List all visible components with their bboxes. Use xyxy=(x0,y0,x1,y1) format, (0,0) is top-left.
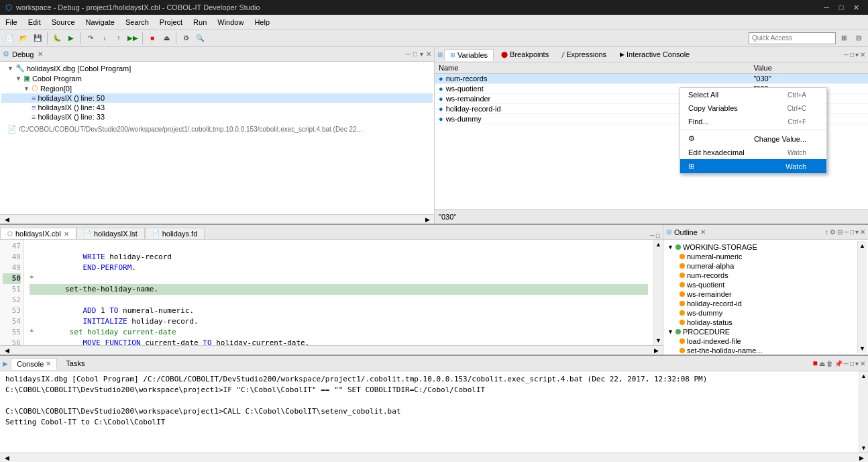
editor-hscroll-right[interactable]: ▶ xyxy=(649,347,663,354)
tb-debug[interactable]: 🐛 xyxy=(50,32,64,45)
outline-working-storage[interactable]: ▼ WORKING-STORAGE xyxy=(666,242,856,252)
ctx-watch[interactable]: ⊞ Watch xyxy=(680,159,826,173)
debug-max-icon[interactable]: □ xyxy=(413,50,417,58)
menu-source[interactable]: Source xyxy=(46,15,80,29)
tab-holidaysix-cbl[interactable]: ⬡ holidaysIX.cbl ✕ xyxy=(0,228,76,239)
vscroll-up[interactable]: ▲ xyxy=(654,240,663,249)
outline-ws-dummy[interactable]: ws-dummy xyxy=(666,308,856,318)
outline-numeral-numeric[interactable]: numeral-numeric xyxy=(666,252,856,261)
tree-arrow-region[interactable]: ▼ xyxy=(23,85,30,92)
outline-vscroll-down[interactable]: ▼ xyxy=(858,344,867,353)
menu-help[interactable]: Help xyxy=(249,15,275,29)
tab-interactive-console[interactable]: ▶ Interactive Console xyxy=(614,48,696,60)
hscroll-track[interactable] xyxy=(13,215,421,224)
maximize-button[interactable]: □ xyxy=(834,2,848,13)
tb-disconnect[interactable]: ⏏ xyxy=(160,32,173,45)
ctx-select-all[interactable]: Select All Ctrl+A xyxy=(680,88,826,101)
console-clear-icon[interactable]: 🗑 xyxy=(826,360,833,367)
tab-holidaysix-lst[interactable]: 📄 holidaysIX.lst xyxy=(76,228,145,239)
editor-min-icon[interactable]: ─ xyxy=(650,232,655,239)
tab-holidays-fd[interactable]: 📄 holidays.fd xyxy=(145,228,205,239)
close-button[interactable]: ✕ xyxy=(849,2,863,13)
code-text[interactable]: WRITE holiday-record END-PERFORM. * set-… xyxy=(24,240,653,345)
minimize-button[interactable]: ─ xyxy=(820,2,833,13)
outline-holiday-status[interactable]: holiday-status xyxy=(666,318,856,327)
tb-save[interactable]: 💾 xyxy=(31,32,44,45)
console-vscroll-up[interactable]: ▲ xyxy=(859,371,868,381)
menu-edit[interactable]: Edit xyxy=(23,15,46,29)
outline-collapse-icon[interactable]: ⊟ xyxy=(837,228,843,236)
console-disconnect-icon[interactable]: ⏏ xyxy=(819,360,825,367)
tree-cobol-program[interactable]: ▼ ▣ Cobol Program xyxy=(1,73,433,83)
console-close-icon[interactable]: ✕ xyxy=(860,360,865,367)
outline-numeral-alpha[interactable]: numeral-alpha xyxy=(666,261,856,271)
menu-project[interactable]: Project xyxy=(154,15,188,29)
tree-arrow-cobol[interactable]: ▼ xyxy=(15,75,21,82)
outline-load-indexed-file[interactable]: load-indexed-file xyxy=(666,336,856,346)
console-hscroll-right[interactable]: ▶ xyxy=(855,455,868,461)
ctx-copy-variables[interactable]: Copy Variables Ctrl+C xyxy=(680,101,826,115)
ctx-edit-hex[interactable]: Edit hexadecimal Watch xyxy=(680,146,826,159)
outline-procedure[interactable]: ▼ PROCEDURE xyxy=(666,327,856,336)
debug-minimize-icon[interactable]: ─ xyxy=(406,50,411,58)
outline-num-records[interactable]: num-records xyxy=(666,271,856,280)
vars-max-icon[interactable]: □ xyxy=(850,51,854,58)
tb-step-into[interactable]: ↓ xyxy=(98,32,111,45)
tb-open[interactable]: 📂 xyxy=(17,32,30,45)
vars-close-icon[interactable]: ✕ xyxy=(860,51,865,58)
tb-step-out[interactable]: ↑ xyxy=(112,32,125,45)
console-tab-close[interactable]: ✕ xyxy=(46,360,51,367)
tab-tasks[interactable]: Tasks xyxy=(60,357,91,369)
console-terminate-icon[interactable]: ■ xyxy=(813,359,818,368)
outline-min-icon[interactable]: ─ xyxy=(844,228,849,236)
console-min-icon[interactable]: ─ xyxy=(844,360,849,367)
outline-sort-icon[interactable]: ↕ xyxy=(825,228,828,236)
tab-expressions[interactable]: 𝑓 Expressions xyxy=(556,48,612,60)
tree-root[interactable]: ▼ 🔧 holidaysIX.dbg [Cobol Program] xyxy=(1,63,433,73)
tb-resume[interactable]: ▶▶ xyxy=(126,32,140,45)
editor-max-icon[interactable]: □ xyxy=(656,232,660,239)
outline-ws-remainder[interactable]: ws-remainder xyxy=(666,289,856,299)
tb-more1[interactable]: ⚙ xyxy=(179,32,193,45)
tree-region[interactable]: ▼ ⬡ Region[0] xyxy=(1,83,433,93)
console-pin-icon[interactable]: 📌 xyxy=(834,360,843,367)
outline-ws-quotient[interactable]: ws-quotient xyxy=(666,280,856,289)
hscroll-right[interactable]: ▶ xyxy=(421,215,434,224)
debug-view-menu-icon[interactable]: ▾ xyxy=(420,50,423,58)
tb-perspective[interactable]: ⊞ xyxy=(837,32,851,45)
tree-line-33[interactable]: ≡ holidaysIX () line: 33 xyxy=(1,112,433,122)
tab-breakpoints[interactable]: ⬤ Breakpoints xyxy=(495,48,555,60)
menu-run[interactable]: Run xyxy=(188,15,212,29)
outline-holiday-record-id[interactable]: holiday-record-id xyxy=(666,299,856,308)
tree-stack-item[interactable]: 📄 /C:/COBOL/COBOLIT/DevStudio200/workspa… xyxy=(1,124,433,134)
menu-search[interactable]: Search xyxy=(120,15,154,29)
outline-vscroll-up[interactable]: ▲ xyxy=(858,241,867,250)
editor-hscroll-left[interactable]: ◀ xyxy=(0,347,13,354)
tab-cbl-close[interactable]: ✕ xyxy=(64,230,69,238)
tree-line-43[interactable]: ≡ holidaysIX () line: 43 xyxy=(1,103,433,112)
quick-access-input[interactable] xyxy=(749,32,836,44)
debug-close-icon[interactable]: ✕ xyxy=(38,50,43,58)
tb-more2[interactable]: 🔍 xyxy=(193,32,207,45)
var-row-num-records[interactable]: ●num-records "030" xyxy=(435,74,868,84)
tab-console[interactable]: Console ✕ xyxy=(11,358,57,370)
vars-menu-icon[interactable]: ▾ xyxy=(855,51,859,58)
menu-window[interactable]: Window xyxy=(212,15,249,29)
ctx-change-value[interactable]: ⚙ Change Value... xyxy=(680,132,826,146)
outline-set-the-holiday-name[interactable]: set-the-holiday-name... xyxy=(666,346,856,353)
tb-prefs[interactable]: ⊟ xyxy=(852,32,865,45)
vscroll-down[interactable]: ▼ xyxy=(654,336,663,345)
outline-menu-icon[interactable]: ▾ xyxy=(855,228,859,236)
debug-close2-icon[interactable]: ✕ xyxy=(426,50,431,58)
console-menu-icon[interactable]: ▾ xyxy=(855,360,859,367)
outline-close2-icon[interactable]: ✕ xyxy=(860,228,865,236)
console-content[interactable]: holidaysIX.dbg [Cobol Program] /C:/COBOL… xyxy=(0,371,859,453)
outline-max-icon[interactable]: □ xyxy=(850,228,854,236)
console-vscroll-down[interactable]: ▼ xyxy=(859,443,868,453)
tab-variables[interactable]: ⊞ Variables xyxy=(444,49,494,61)
console-hscroll-left[interactable]: ◀ xyxy=(0,455,13,461)
menu-navigate[interactable]: Navigate xyxy=(80,15,120,29)
tree-arrow-root[interactable]: ▼ xyxy=(7,65,13,72)
hscroll-left[interactable]: ◀ xyxy=(0,215,13,224)
outline-filter-icon[interactable]: ⚙ xyxy=(830,228,836,236)
